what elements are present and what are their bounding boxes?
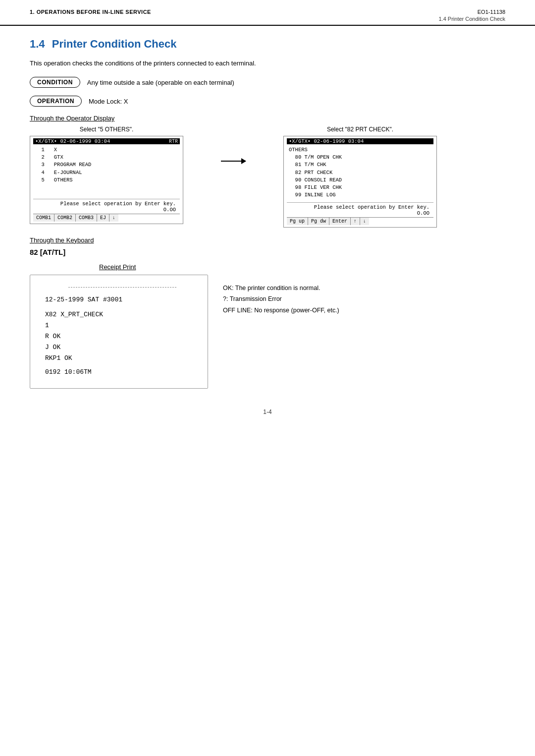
receipt-box: 12-25-1999 SAT #3001 X82 X_PRT_CHECK 1 R…	[30, 275, 208, 389]
note-question: ?: Transmission Error	[223, 293, 339, 305]
btn-comb1[interactable]: COMB1	[33, 214, 54, 222]
operation-badge: OPERATION	[30, 96, 82, 107]
section-number: 1.4	[30, 38, 45, 50]
note-offline: OFF LINE: No response (power-OFF, etc.)	[223, 305, 339, 316]
section-reference: 1.4 Printer Condition Check	[438, 16, 505, 22]
screen1-line3: 3 PROGRAM READ	[35, 161, 178, 169]
screen2-top-bar: •X/GTX• 02-06-1999 03:04	[287, 138, 433, 144]
screen2-line2: 81 T/M CHK	[289, 161, 431, 169]
receipt-notes: OK: The printer condition is normal. ?: …	[223, 283, 339, 316]
condition-description: Any time outside a sale (operable on eac…	[87, 79, 234, 86]
screen1-line2: 2 GTX	[35, 154, 178, 161]
screen1-buttons: COMB1 COMB2 COMB3 EJ ↓	[33, 214, 180, 222]
receipt-j-line: J OK	[45, 342, 200, 353]
receipt-rkp1-line: RKP1 OK	[45, 353, 200, 364]
screens-row: Select "5 OTHERS". •X/GTX• 02-06-1999 03…	[30, 126, 505, 228]
receipt-top-dashed-line	[68, 287, 176, 288]
page-content: 1.4 Printer Condition Check This operati…	[0, 28, 535, 440]
arrow-container	[212, 126, 255, 162]
screen1-bottom: Please select operation by Enter key. O.…	[33, 199, 180, 213]
note-ok: OK: The printer condition is normal.	[223, 283, 339, 294]
screen1-wrapper: Select "5 OTHERS". •X/GTX• 02-06-1999 03…	[30, 126, 183, 224]
btn-pgup[interactable]: Pg up	[287, 218, 308, 225]
screen2-select-label: Select "82 PRT CHECK".	[327, 126, 393, 133]
screen2-wrapper: Select "82 PRT CHECK". •X/GTX• 02-06-199…	[283, 126, 437, 228]
screen2-header: OTHERS	[289, 146, 431, 154]
operator-display-label: Through the Operator Display	[30, 115, 505, 122]
keyboard-section: Through the Keyboard 82 [AT/TL]	[30, 236, 505, 256]
operation-description: Mode Lock: X	[89, 98, 128, 105]
screen2-content: OTHERS 80 T/M OPEN CHK 81 T/M CHK 82 PRT…	[287, 145, 433, 200]
screen2-line5: 98 FILE VER CHK	[289, 184, 431, 191]
screen2-buttons: Pg up Pg dw Enter ↑ ↓	[287, 217, 433, 225]
page-header: 1. OPERATIONS BEFORE IN-LINE SERVICE EO1…	[0, 0, 535, 26]
btn-down1[interactable]: ↓	[109, 214, 118, 222]
arrow-icon	[221, 161, 246, 162]
btn-comb3[interactable]: COMB3	[76, 214, 97, 222]
screen2-line1: 80 T/M OPEN CHK	[289, 154, 431, 161]
screen2-line6: 99 INLINE LOG	[289, 191, 431, 199]
receipt-total-line: 0192 10:06TM	[45, 367, 200, 378]
btn-pgdw[interactable]: Pg dw	[308, 218, 329, 225]
screen1-select-label: Select "5 OTHERS".	[80, 126, 134, 133]
screen1-line5: 5 OTHERS	[35, 176, 178, 184]
btn-up2[interactable]: ↑	[351, 218, 360, 225]
receipt-print-label: Receipt Print	[99, 263, 505, 271]
section-title-text: Printer Condition Check	[52, 38, 177, 50]
receipt-num-line: 1	[45, 320, 200, 331]
screen2-line3: 82 PRT CHECK	[289, 169, 431, 176]
screen1-content: 1 X 2 GTX 3 PROGRAM READ 4 E-JOURNAL 5 O…	[33, 145, 180, 197]
intro-paragraph: This operation checks the conditions of …	[30, 59, 505, 67]
screen1-line4: 4 E-JOURNAL	[35, 169, 178, 176]
doc-number: EO1-11138	[438, 9, 505, 15]
receipt-check-line: X82 X_PRT_CHECK	[45, 309, 200, 320]
receipt-r-line: R OK	[45, 331, 200, 342]
operation-row: OPERATION Mode Lock: X	[30, 96, 505, 107]
condition-badge: CONDITION	[30, 77, 80, 88]
page-footer: 1-4	[30, 408, 505, 420]
header-left: 1. OPERATIONS BEFORE IN-LINE SERVICE	[30, 9, 151, 15]
keyboard-key: 82 [AT/TL]	[30, 248, 505, 256]
btn-ej[interactable]: EJ	[97, 214, 109, 222]
screen2-bottom: Please select operation by Enter key. O.…	[287, 202, 433, 216]
screen1-line1: 1 X	[35, 146, 178, 154]
screen1-top-bar: •X/GTX• 02-06-1999 03:04 RTR	[33, 138, 180, 144]
section-title: 1.4 Printer Condition Check	[30, 38, 505, 51]
screen2-box: •X/GTX• 02-06-1999 03:04 OTHERS 80 T/M O…	[283, 136, 437, 228]
receipt-section: 12-25-1999 SAT #3001 X82 X_PRT_CHECK 1 R…	[30, 275, 505, 389]
header-right: EO1-11138 1.4 Printer Condition Check	[438, 9, 505, 22]
condition-row: CONDITION Any time outside a sale (opera…	[30, 77, 505, 88]
receipt-date-line: 12-25-1999 SAT #3001	[45, 294, 200, 305]
btn-comb2[interactable]: COMB2	[54, 214, 76, 222]
screen1-box: •X/GTX• 02-06-1999 03:04 RTR 1 X 2 GTX 3…	[30, 136, 183, 224]
keyboard-label: Through the Keyboard	[30, 236, 505, 244]
btn-down2[interactable]: ↓	[360, 218, 369, 225]
btn-enter[interactable]: Enter	[329, 218, 351, 225]
screen2-line4: 90 CONSOLI READ	[289, 176, 431, 184]
